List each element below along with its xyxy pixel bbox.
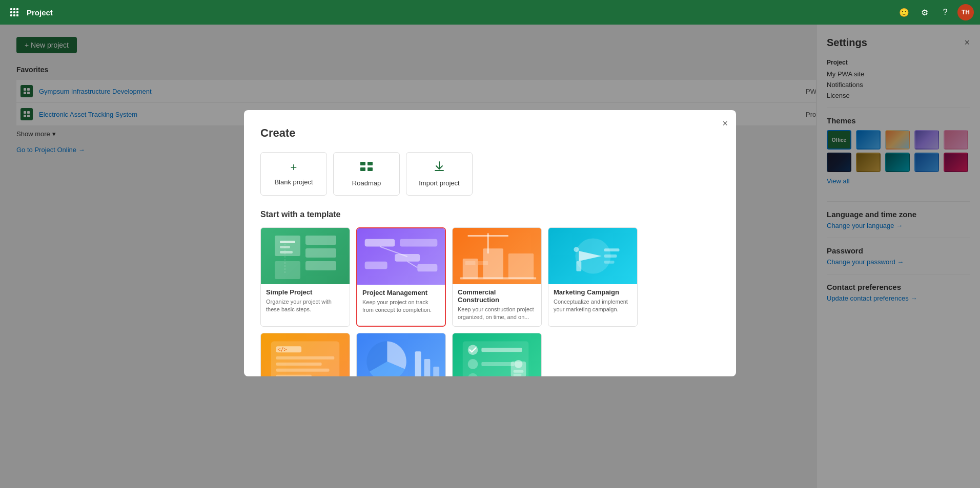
svg-rect-40 [508, 253, 534, 279]
templates-grid: Simple Project Organize your project wit… [260, 227, 720, 376]
template-info-pm: Project Management Keep your project on … [357, 285, 445, 320]
emoji-button[interactable]: 🙂 [896, 4, 912, 20]
template-thumb-business [357, 333, 445, 376]
svg-rect-31 [365, 239, 395, 246]
topbar-actions: 🙂 ⚙ ? TH [896, 4, 974, 20]
svg-rect-26 [305, 236, 336, 245]
svg-rect-18 [368, 162, 373, 165]
modal-close-button[interactable]: × [722, 118, 728, 129]
import-icon [434, 161, 445, 175]
svg-rect-74 [514, 370, 524, 373]
template-name-marketing: Marketing Campaign [554, 288, 632, 296]
svg-rect-20 [368, 167, 373, 171]
svg-rect-8 [16, 14, 18, 16]
help-button[interactable]: ? [937, 4, 953, 20]
svg-rect-67 [481, 348, 522, 352]
svg-rect-51 [604, 260, 615, 263]
template-name-pm: Project Management [362, 289, 440, 296]
svg-line-37 [407, 261, 418, 267]
roadmap-label: Roadmap [352, 179, 381, 187]
template-thumb-commercial [453, 228, 541, 284]
create-modal: Create × + Blank project Roadmap [244, 110, 736, 376]
svg-rect-49 [604, 248, 620, 251]
svg-rect-63 [433, 367, 439, 376]
template-name-simple: Simple Project [266, 288, 344, 296]
avatar[interactable]: TH [957, 4, 974, 20]
svg-rect-29 [275, 261, 300, 279]
template-info-commercial: Commercial Construction Keep your constr… [453, 284, 541, 327]
svg-point-68 [468, 359, 478, 369]
template-project-management[interactable]: Project Management Keep your project on … [356, 227, 446, 327]
svg-rect-25 [280, 251, 293, 253]
import-project-option[interactable]: Import project [406, 152, 473, 196]
svg-rect-3 [10, 11, 12, 13]
template-commercial-construction[interactable]: Commercial Construction Keep your constr… [452, 227, 542, 327]
svg-rect-23 [280, 241, 295, 243]
settings-button[interactable]: ⚙ [916, 4, 933, 20]
modal-title: Create [260, 126, 720, 140]
svg-rect-0 [10, 8, 12, 10]
svg-rect-6 [10, 14, 12, 16]
app-title: Project [27, 8, 53, 17]
svg-rect-1 [13, 8, 15, 10]
svg-rect-75 [514, 374, 522, 376]
template-simple-project[interactable]: Simple Project Organize your project wit… [260, 227, 350, 327]
template-marketing-campaign[interactable]: Marketing Campaign Conceptualize and imp… [548, 227, 638, 327]
template-desc-pm: Keep your project on track from concept … [362, 299, 440, 314]
template-desc-simple: Organize your project with these basic s… [266, 298, 344, 314]
svg-rect-44 [465, 261, 476, 265]
svg-rect-7 [13, 14, 15, 16]
svg-rect-43 [460, 277, 536, 279]
template-thumb-marketing [548, 228, 637, 284]
topbar: Project 🙂 ⚙ ? TH [0, 0, 980, 25]
plus-icon: + [291, 161, 297, 174]
template-thumb-simple [261, 228, 350, 284]
svg-rect-50 [604, 254, 617, 258]
svg-rect-45 [478, 261, 488, 265]
template-info-marketing: Marketing Campaign Conceptualize and imp… [548, 284, 637, 319]
create-options-row: + Blank project Roadmap [260, 152, 720, 196]
svg-rect-56 [276, 356, 335, 359]
svg-rect-2 [16, 8, 18, 10]
svg-rect-48 [576, 261, 581, 271]
svg-rect-5 [16, 11, 18, 13]
svg-point-52 [574, 247, 579, 252]
template-desc-marketing: Conceptualize and implement your marketi… [554, 298, 632, 314]
svg-rect-17 [360, 162, 365, 165]
svg-rect-32 [400, 239, 437, 246]
template-thumb-software: </> [261, 333, 350, 376]
svg-rect-27 [305, 248, 336, 258]
template-employee-onboarding[interactable]: Employee Onboarding These step-by-step t… [452, 333, 542, 376]
svg-rect-61 [415, 352, 421, 376]
svg-text:</>: </> [278, 347, 287, 353]
roadmap-icon [359, 161, 374, 175]
svg-rect-4 [13, 11, 15, 13]
template-desc-commercial: Keep your construction project organized… [458, 306, 536, 322]
svg-rect-34 [395, 254, 420, 262]
grid-icon[interactable] [6, 4, 23, 20]
svg-rect-21 [435, 170, 444, 171]
svg-rect-58 [276, 369, 330, 372]
template-section-title: Start with a template [260, 210, 720, 219]
svg-rect-57 [276, 363, 322, 366]
svg-rect-28 [305, 261, 336, 270]
svg-rect-59 [276, 375, 312, 376]
svg-rect-36 [417, 264, 437, 271]
blank-project-option[interactable]: + Blank project [260, 152, 327, 196]
svg-rect-69 [481, 362, 514, 366]
svg-rect-19 [360, 167, 365, 171]
template-software-development[interactable]: </> Software Development A streamlined r… [260, 333, 350, 376]
template-name-commercial: Commercial Construction [458, 288, 536, 304]
template-info-simple: Simple Project Organize your project wit… [261, 284, 350, 319]
import-project-label: Import project [419, 179, 459, 187]
template-business-plan[interactable]: Business Plan Create a business plan tha… [356, 333, 446, 376]
main-content: + New project Favorites Gympsum Infrastr… [0, 25, 980, 488]
blank-project-label: Blank project [274, 178, 313, 186]
roadmap-option[interactable]: Roadmap [333, 152, 400, 196]
svg-rect-62 [424, 359, 430, 376]
template-thumb-onboarding [453, 333, 541, 376]
svg-point-73 [515, 360, 523, 368]
svg-rect-35 [365, 261, 387, 269]
template-thumb-pm [357, 228, 445, 285]
